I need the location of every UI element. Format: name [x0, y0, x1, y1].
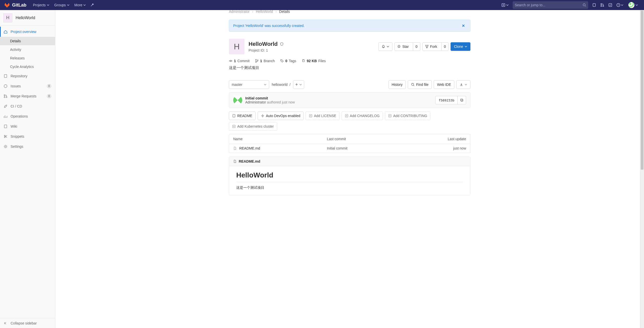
chip-readme[interactable]: README: [229, 112, 256, 120]
fork-label: Fork: [430, 45, 437, 49]
book-icon: [4, 124, 8, 128]
chevron-down-icon: [299, 83, 302, 86]
project-heading-row: H HelloWorld Project ID: 1: [229, 39, 470, 54]
chevron-down-icon: [506, 4, 509, 6]
gitlab-logo[interactable]: [4, 2, 10, 8]
svg-point-24: [257, 60, 258, 61]
copy-sha-button[interactable]: [457, 96, 466, 104]
readme-filename[interactable]: README.md: [239, 159, 260, 163]
nav-projects[interactable]: Projects: [30, 0, 52, 10]
web-ide-button[interactable]: Web IDE: [434, 80, 454, 89]
sidebar-item-overview[interactable]: Project overview: [0, 27, 55, 37]
rocket-icon: [4, 104, 8, 108]
merge-shortcut[interactable]: [598, 0, 606, 10]
svg-rect-2: [593, 4, 595, 7]
chip-k8s-label: Add Kubernetes cluster: [237, 124, 274, 128]
download-icon: [460, 83, 463, 86]
star-button[interactable]: Star 0: [394, 42, 420, 51]
readme-heading: HelloWorld: [236, 171, 463, 182]
file-commit[interactable]: Initial commit: [323, 144, 399, 153]
commit-author[interactable]: Administrator: [245, 100, 266, 104]
gear-icon: [261, 114, 264, 118]
commit-title[interactable]: Initial commit: [245, 96, 295, 100]
stat-files[interactable]: 92 KB Files: [302, 59, 326, 63]
notify-button[interactable]: [378, 42, 392, 51]
sidebar-item-label: Project overview: [11, 30, 52, 34]
sidebar-item-cicd[interactable]: CI / CD: [0, 101, 55, 111]
chip-contributing[interactable]: Add CONTRIBUTING: [385, 112, 430, 120]
chip-license[interactable]: Add LICENSE: [306, 112, 340, 120]
project-initial: H: [3, 13, 13, 23]
collapse-sidebar[interactable]: Collapse sidebar: [0, 318, 55, 328]
sidebar-item-operations[interactable]: Operations: [0, 111, 55, 121]
sidebar-item-label: Issues: [11, 84, 44, 88]
sidebar-sub-activity[interactable]: Activity: [0, 45, 55, 54]
find-file-button[interactable]: Find file: [408, 80, 432, 89]
sidebar-sub-details[interactable]: Details: [0, 37, 55, 45]
shield-icon: [280, 42, 284, 46]
close-icon: [462, 24, 465, 27]
stat-commits[interactable]: 1 Commit: [229, 59, 250, 63]
plus-square-icon: [388, 114, 392, 118]
sidebar-item-snippets[interactable]: Snippets: [0, 131, 55, 141]
nav-more[interactable]: More: [72, 0, 89, 10]
stat-tags[interactable]: 0 Tags: [280, 59, 296, 63]
scrollbar-thumb[interactable]: [641, 11, 643, 170]
repo-path[interactable]: helloworld /: [272, 83, 291, 87]
user-menu[interactable]: [625, 0, 640, 10]
th-update: Last update: [399, 134, 470, 144]
svg-point-21: [230, 60, 231, 61]
table-row[interactable]: README.md Initial commit just now: [229, 144, 470, 153]
sidebar-project-header[interactable]: H HelloWorld: [0, 10, 55, 26]
commit-sha[interactable]: f569233b: [435, 96, 457, 104]
alert-close[interactable]: [461, 23, 466, 28]
project-initial-big: H: [229, 39, 245, 54]
svg-point-13: [6, 97, 7, 98]
search-input[interactable]: [515, 3, 583, 7]
breadcrumb-admin[interactable]: Administrator: [229, 10, 250, 14]
todos-shortcut[interactable]: [606, 0, 614, 10]
issues-shortcut[interactable]: [590, 0, 598, 10]
commits-count: 1: [234, 59, 236, 63]
wrench-button[interactable]: [88, 0, 96, 10]
sidebar-item-repository[interactable]: Repository: [0, 71, 55, 81]
sidebar-item-merge[interactable]: Merge Requests 0: [0, 91, 55, 101]
sidebar-item-settings[interactable]: Settings: [0, 141, 55, 152]
nav-groups[interactable]: Groups: [52, 0, 72, 10]
commit-icon: [229, 59, 232, 63]
history-button[interactable]: History: [388, 80, 406, 89]
svg-point-10: [4, 85, 7, 88]
svg-point-27: [412, 83, 414, 86]
sidebar-sub-releases[interactable]: Releases: [0, 54, 55, 62]
sidebar-item-issues[interactable]: Issues 0: [0, 81, 55, 91]
chip-changelog[interactable]: Add CHANGELOG: [342, 112, 383, 120]
chip-autodevops[interactable]: Auto DevOps enabled: [258, 112, 304, 120]
chevron-down-icon: [264, 83, 266, 86]
sidebar-item-label: Merge Requests: [11, 94, 44, 98]
breadcrumb-project[interactable]: HelloWorld: [256, 10, 273, 14]
download-button[interactable]: [456, 80, 470, 89]
scrollbar[interactable]: [640, 10, 644, 328]
star-icon: [397, 45, 401, 48]
sidebar-sub-cycle[interactable]: Cycle Analytics: [0, 62, 55, 71]
commit-when: just now: [282, 100, 295, 104]
copy-icon: [460, 98, 464, 102]
svg-rect-30: [233, 115, 235, 117]
chevron-down-icon: [67, 4, 69, 6]
branch-select[interactable]: master: [229, 80, 269, 89]
search-box[interactable]: [513, 1, 588, 9]
help-menu[interactable]: ?: [614, 0, 625, 10]
new-menu[interactable]: [500, 3, 511, 7]
svg-point-12: [4, 97, 5, 98]
project-stats: 1 Commit 1 Branch 0 Tags 92 KB Files: [229, 59, 470, 63]
files-size: 92 KB: [307, 59, 317, 63]
add-file-menu[interactable]: +: [293, 80, 304, 89]
clone-button[interactable]: Clone: [451, 42, 470, 51]
chip-k8s[interactable]: Add Kubernetes cluster: [229, 122, 277, 131]
sidebar-item-wiki[interactable]: Wiki: [0, 121, 55, 131]
chip-license-label: Add LICENSE: [314, 114, 336, 118]
home-icon: [4, 30, 8, 34]
stat-branches[interactable]: 1 Branch: [255, 59, 275, 63]
brand-label[interactable]: GitLab: [12, 3, 26, 8]
fork-button[interactable]: Fork 0: [422, 42, 449, 51]
